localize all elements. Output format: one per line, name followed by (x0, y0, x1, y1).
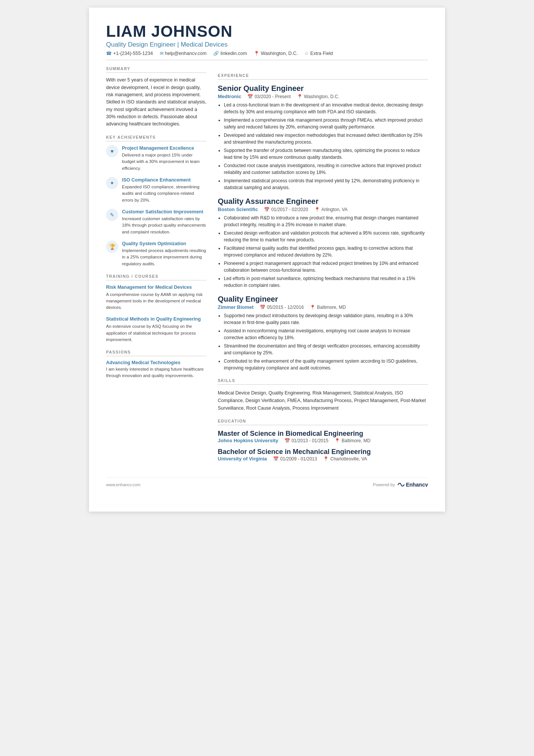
edu-2-dates: 📅 01/2009 - 01/2013 (273, 456, 317, 462)
job-1: Senior Quality Engineer Medtronic 📅 03/2… (218, 84, 428, 191)
job-2-dates: 📅 01/2017 - 02/2020 (264, 207, 308, 212)
edu-2-meta: University of Virginia 📅 01/2009 - 01/20… (218, 456, 428, 462)
footer-url: www.enhancv.com (106, 482, 141, 487)
contact-extra: ☆ Extra Field (304, 51, 333, 56)
achievement-icon-4: 🏆 (106, 241, 118, 253)
bullet: Developed and validated new inspection m… (224, 132, 428, 146)
edu-1-school: Johns Hopkins University (218, 438, 278, 443)
bullet: Implemented statistical process controls… (224, 177, 428, 191)
edu-2: Bachelor of Science in Mechanical Engine… (218, 448, 428, 462)
job-1-bullets: Led a cross-functional team in the devel… (218, 102, 428, 191)
passion-item-1: Advancing Medical Technologies I am keen… (106, 360, 206, 379)
job-3-title: Quality Engineer (218, 295, 428, 304)
resume-page: LIAM JOHNSON Quality Design Engineer | M… (89, 8, 445, 512)
main-layout: SUMMARY With over 5 years of experience … (106, 66, 428, 466)
job-1-location: 📍 Washington, D.C. (297, 94, 340, 99)
calendar-icon-edu2: 📅 (273, 456, 279, 462)
job-2-company: Boston Scientific (218, 207, 258, 212)
star-icon: ☆ (304, 51, 309, 56)
passion-desc-1: I am keenly interested in shaping future… (106, 366, 206, 379)
achievement-title-2: ISO Compliance Enhancement (122, 177, 206, 183)
pin-icon-1: 📍 (297, 94, 303, 99)
job-2: Quality Assurance Engineer Boston Scient… (218, 197, 428, 289)
achievement-content-3: Customer Satisfaction Improvement Increa… (122, 209, 206, 235)
job-3-location: 📍 Baltimore, MD (310, 305, 346, 310)
achievement-item-4: 🏆 Quality System Optimization Implemente… (106, 241, 206, 267)
calendar-icon-2: 📅 (264, 207, 270, 212)
training-label: TRAINING / COURSES (106, 274, 206, 280)
contact-linkedin: 🔗 linkedin.com (213, 51, 247, 56)
passion-title-1: Advancing Medical Technologies (106, 360, 206, 365)
location-icon: 📍 (254, 51, 259, 56)
contact-location: 📍 Washington, D.C. (254, 51, 298, 56)
phone-icon: ☎ (106, 51, 112, 56)
job-2-title: Quality Assurance Engineer (218, 197, 428, 206)
edu-1: Master of Science in Biomedical Engineer… (218, 430, 428, 443)
achievement-item-1: ♥ Project Management Excellence Delivere… (106, 145, 206, 172)
achievement-desc-1: Delivered a major project 15% under budg… (122, 152, 206, 172)
edu-2-degree: Bachelor of Science in Mechanical Engine… (218, 448, 428, 456)
job-2-bullets: Collaborated with R&D to introduce a new… (218, 214, 428, 289)
bullet: Collaborated with R&D to introduce a new… (224, 214, 428, 228)
extra-text: Extra Field (310, 51, 333, 56)
pin-icon-edu2: 📍 (323, 456, 329, 462)
job-1-company: Medtronic (218, 94, 241, 99)
achievement-content-4: Quality System Optimization Implemented … (122, 241, 206, 267)
job-1-dates: 📅 03/2020 - Present (247, 94, 290, 99)
achievement-item-3: ✎ Customer Satisfaction Improvement Incr… (106, 209, 206, 235)
job-1-meta: Medtronic 📅 03/2020 - Present 📍 Washingt… (218, 94, 428, 99)
achievement-icon-1: ♥ (106, 145, 118, 157)
left-column: SUMMARY With over 5 years of experience … (106, 66, 206, 466)
job-3: Quality Engineer Zimmer Biomet 📅 05/2015… (218, 295, 428, 371)
phone-text: +1-(234)-555-1234 (113, 51, 153, 56)
job-3-dates: 📅 05/2015 - 12/2016 (260, 305, 304, 310)
bullet: Streamlined the documentation and filing… (224, 343, 428, 356)
contact-phone: ☎ +1-(234)-555-1234 (106, 51, 153, 56)
pin-icon-edu1: 📍 (334, 438, 340, 443)
footer: www.enhancv.com Powered by Enhancv (106, 477, 428, 488)
email-text: help@enhancv.com (165, 51, 207, 56)
right-column: EXPERIENCE Senior Quality Engineer Medtr… (218, 66, 428, 466)
experience-label: EXPERIENCE (218, 73, 428, 80)
pin-icon-2: 📍 (314, 207, 320, 212)
summary-label: SUMMARY (106, 66, 206, 73)
training-title-1: Risk Management for Medical Devices (106, 284, 206, 291)
job-2-location: 📍 Arlington, VA (314, 207, 348, 212)
training-desc-1: A comprehensive course by AAMI on applyi… (106, 291, 206, 311)
edu-2-location: 📍 Charlottesville, VA (323, 456, 367, 462)
job-3-company: Zimmer Biomet (218, 304, 254, 310)
passions-label: PASSIONS (106, 350, 206, 356)
achievement-title-3: Customer Satisfaction Improvement (122, 209, 206, 215)
achievement-icon-3: ✎ (106, 209, 118, 221)
calendar-icon-3: 📅 (260, 305, 265, 310)
skills-label: SKILLS (218, 378, 428, 385)
pin-icon-3: 📍 (310, 305, 315, 310)
job-2-meta: Boston Scientific 📅 01/2017 - 02/2020 📍 … (218, 207, 428, 212)
skills-text: Medical Device Design, Quality Engineeri… (218, 389, 428, 412)
education-label: EDUCATION (218, 419, 428, 425)
edu-1-dates: 📅 01/2013 - 01/2015 (284, 438, 328, 443)
location-text: Washington, D.C. (261, 51, 298, 56)
bullet: Contributed to the enhancement of the qu… (224, 358, 428, 371)
powered-by-text: Powered by (373, 482, 395, 487)
bullet: Supported new product introductions by d… (224, 312, 428, 326)
achievement-content-1: Project Management Excellence Delivered … (122, 145, 206, 172)
edu-2-school: University of Virginia (218, 456, 267, 462)
enhancv-logo: Enhancv (397, 482, 428, 488)
bullet: Led a cross-functional team in the devel… (224, 102, 428, 115)
training-title-2: Statistical Methods in Quality Engineeri… (106, 316, 206, 322)
calendar-icon-edu1: 📅 (284, 438, 290, 443)
achievement-title-4: Quality System Optimization (122, 241, 206, 247)
achievement-desc-4: Implemented process adjustments resultin… (122, 247, 206, 267)
training-item-2: Statistical Methods in Quality Engineeri… (106, 316, 206, 343)
bullet: Assisted in nonconforming material inves… (224, 327, 428, 341)
email-icon: ✉ (160, 51, 164, 56)
brand-name: Enhancv (406, 482, 428, 488)
achievement-item-2: ✦ ISO Compliance Enhancement Expanded IS… (106, 177, 206, 203)
job-3-meta: Zimmer Biomet 📅 05/2015 - 12/2016 📍 Balt… (218, 304, 428, 310)
header: LIAM JOHNSON Quality Design Engineer | M… (106, 23, 428, 60)
achievement-content-2: ISO Compliance Enhancement Expanded ISO … (122, 177, 206, 203)
bullet: Facilitated internal quality audits that… (224, 245, 428, 258)
achievements-label: KEY ACHIEVEMENTS (106, 135, 206, 141)
achievement-desc-2: Expanded ISO compliance, streamlining au… (122, 184, 206, 203)
